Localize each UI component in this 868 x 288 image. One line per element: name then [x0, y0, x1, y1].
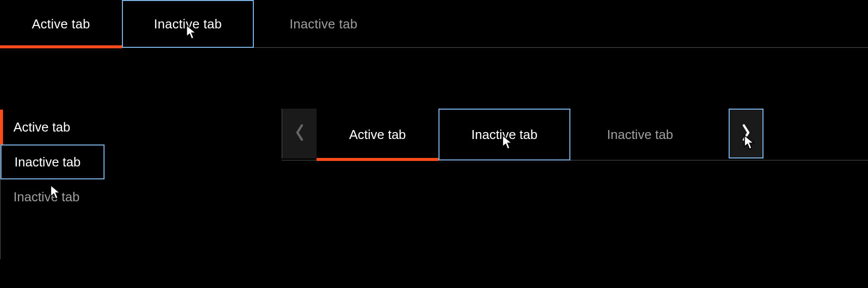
tab-inactive-hover[interactable]: Inactive tab [122, 0, 254, 48]
vertical-tab-strip: Active tab Inactive tab Inactive tab [0, 110, 105, 259]
scroll-left-button[interactable] [282, 109, 317, 158]
horizontal-tab-strip: Active tab Inactive tab Inactive tab [0, 0, 868, 48]
scrollable-tab-strip: Active tab Inactive tab Inactive tab [282, 109, 868, 160]
active-indicator [317, 158, 438, 161]
vtab-active[interactable]: Active tab [0, 110, 105, 144]
active-indicator [0, 45, 122, 48]
vtab-inactive[interactable]: Inactive tab [0, 179, 105, 214]
tab-inactive-hover[interactable]: Inactive tab [438, 109, 570, 160]
chevron-right-icon [741, 124, 752, 144]
tab-active[interactable]: Active tab [0, 0, 122, 48]
tab-label: Inactive tab [14, 154, 81, 170]
tab-label: Inactive tab [154, 16, 222, 32]
tab-label: Inactive tab [607, 127, 673, 143]
tab-inactive[interactable]: Inactive tab [254, 0, 393, 48]
tab-label: Active tab [32, 16, 90, 32]
tab-inactive[interactable]: Inactive tab [570, 109, 710, 160]
chevron-left-icon [294, 124, 305, 144]
tab-active[interactable]: Active tab [317, 109, 438, 160]
tab-label: Active tab [13, 120, 70, 135]
vtab-inactive-hover[interactable]: Inactive tab [0, 144, 105, 179]
active-indicator [0, 110, 3, 144]
tab-label: Inactive tab [290, 16, 358, 32]
tab-label: Inactive tab [471, 127, 538, 143]
tab-label: Inactive tab [13, 189, 80, 205]
tab-label: Active tab [349, 127, 406, 143]
scroll-right-button[interactable] [729, 109, 763, 158]
